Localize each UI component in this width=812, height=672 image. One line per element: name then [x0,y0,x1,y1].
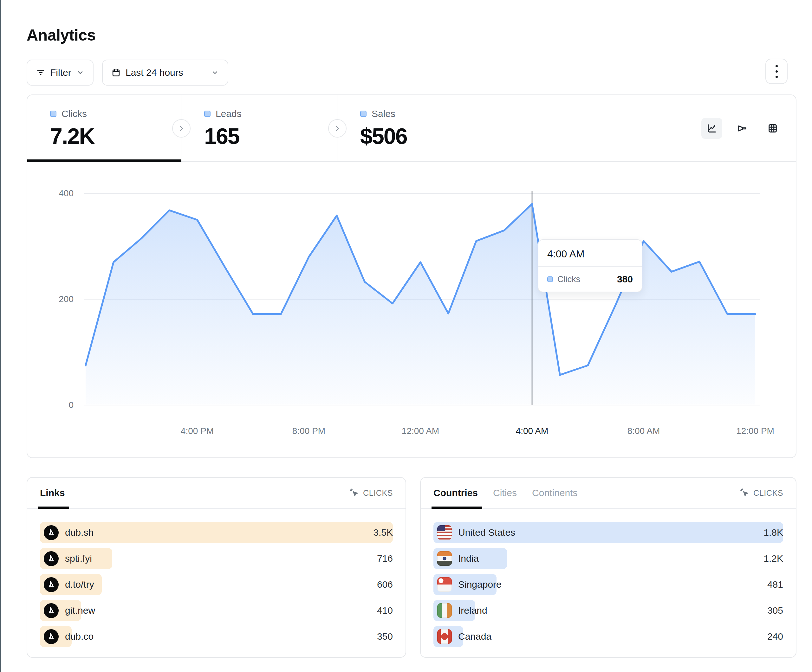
line-chart-view-button[interactable] [701,118,722,139]
links-metric-header[interactable]: CLICKS [350,488,393,498]
row-content: Canada [433,626,783,647]
row-value: 606 [377,579,393,590]
flag-icon-ie [437,603,452,618]
chart-svg [27,162,796,457]
flag-icon-sg [437,577,452,592]
stat-label: Leads [204,108,337,119]
line-chart-icon [706,123,717,134]
filter-button[interactable]: Filter [27,60,94,85]
row-content: dub.co [40,626,393,647]
x-axis-tick-label: 8:00 AM [628,426,660,436]
stat-label: Clicks [50,108,181,119]
list-item-canada[interactable]: Canada240 [433,626,783,647]
row-value: 240 [767,631,783,642]
stat-label-text: Sales [372,108,396,119]
stat-tab-leads[interactable]: Leads165 [181,95,337,161]
list-item-india[interactable]: India1.2K [433,548,783,569]
list-item-git-new[interactable]: git.new410 [40,600,393,621]
stat-value: 165 [204,124,337,149]
stat-label-text: Clicks [61,108,87,119]
x-axis-tick-label: 4:00 PM [181,426,214,436]
countries-metric-label: CLICKS [753,488,783,498]
more-options-button[interactable] [765,59,788,84]
x-axis-tick-label: 8:00 PM [292,426,325,436]
metric-legend-swatch [50,111,56,117]
row-content: dub.sh [40,522,393,543]
row-label: git.new [65,605,95,616]
kebab-dot [776,76,778,78]
stat-label: Sales [360,108,796,119]
dub-logo-icon [44,629,59,644]
analytics-card: Clicks7.2KLeads165Sales$506 4:00 AM Clic… [27,94,797,458]
chevron-down-icon [211,69,219,77]
row-content: Singapore [433,574,783,595]
row-label: United States [458,527,515,538]
kebab-dot [776,70,778,73]
row-content: spti.fyi [40,548,393,569]
tab-cities[interactable]: Cities [493,488,517,498]
next-step-chevron-button[interactable] [328,119,346,138]
tab-links[interactable]: Links [40,488,65,498]
row-label: d.to/try [65,579,94,590]
row-content: United States [433,522,783,543]
next-step-chevron-button[interactable] [172,119,191,138]
grid-table-view-button[interactable] [762,118,783,139]
cursor-click-icon [740,488,749,498]
window-edge-strip [0,0,1,672]
list-item-d-to-try[interactable]: d.to/try606 [40,574,393,595]
row-label: India [458,553,479,564]
grid-table-icon [767,123,778,134]
y-axis-tick-label: 200 [36,294,73,304]
row-value: 350 [377,631,393,642]
list-item-ireland[interactable]: Ireland305 [433,600,783,621]
list-item-spti-fyi[interactable]: spti.fyi716 [40,548,393,569]
row-value: 410 [377,605,393,616]
tooltip-value: 380 [617,274,633,285]
dub-logo-icon [44,603,59,618]
row-content: Ireland [433,600,783,621]
links-panel: Links CLICKS dub.sh3.5Kspti.fyi716d.to/t… [27,477,406,658]
calendar-icon [112,68,121,77]
active-tab-underline [27,159,181,162]
dub-logo-icon [44,577,59,592]
list-item-singapore[interactable]: Singapore481 [433,574,783,595]
list-item-dub-co[interactable]: dub.co350 [40,626,393,647]
countries-metric-header[interactable]: CLICKS [740,488,783,498]
row-label: Ireland [458,605,487,616]
row-label: dub.sh [65,527,94,538]
tab-continents[interactable]: Continents [532,488,577,498]
links-metric-label: CLICKS [363,488,393,498]
stat-tab-clicks[interactable]: Clicks7.2K [27,95,181,161]
row-value: 481 [767,579,783,590]
row-label: dub.co [65,631,94,642]
date-range-button[interactable]: Last 24 hours [102,60,228,85]
links-panel-header: Links CLICKS [27,478,406,509]
row-content: d.to/try [40,574,393,595]
dub-logo-icon [44,551,59,566]
clicks-chart: 4:00 AM Clicks 380 02004004:00 PM8:00 PM… [27,162,796,457]
funnel-icon [737,123,748,134]
stats-tabs-row: Clicks7.2KLeads165Sales$506 [27,95,796,162]
list-item-united-states[interactable]: United States1.8K [433,522,783,543]
tooltip-row: Clicks 380 [538,267,642,292]
row-label: spti.fyi [65,553,92,564]
x-axis-tick-label: 4:00 AM [516,426,549,436]
row-value: 1.8K [764,527,783,538]
chart-area-fill [85,204,755,405]
stat-value: 7.2K [50,124,181,149]
list-item-dub-sh[interactable]: dub.sh3.5K [40,522,393,543]
chart-view-toggle [701,118,783,139]
kebab-dot [776,65,778,67]
metric-legend-swatch [204,111,210,117]
dub-logo-icon [44,525,59,540]
row-label: Canada [458,631,491,642]
row-value: 3.5K [373,527,393,538]
row-label: Singapore [458,579,502,590]
funnel-view-button[interactable] [732,118,753,139]
tab-countries[interactable]: Countries [433,488,478,498]
date-range-label: Last 24 hours [126,67,183,78]
flag-icon-us [437,525,452,540]
links-rows: dub.sh3.5Kspti.fyi716d.to/try606git.new4… [27,509,406,647]
row-content: India [433,548,783,569]
filter-button-label: Filter [50,67,71,78]
